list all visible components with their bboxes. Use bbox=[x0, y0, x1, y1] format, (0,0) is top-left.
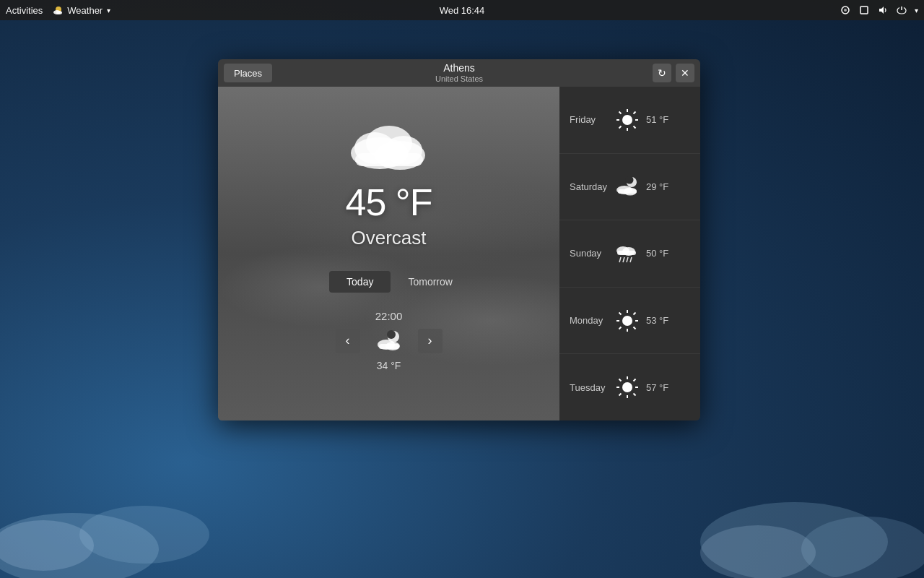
weather-window: Places Athens United States ↻ ✕ bbox=[218, 59, 700, 420]
svg-line-62 bbox=[634, 379, 636, 381]
activities-label[interactable]: Activities bbox=[6, 5, 43, 16]
forecast-day-name: Tuesday bbox=[570, 382, 614, 393]
forecast-panel: Friday 51 °F bbox=[559, 87, 700, 420]
topbar: Activities Weather ▾ Wed 16:44 bbox=[0, 0, 924, 20]
forecast-tabs: Today Tomorrow bbox=[329, 271, 470, 293]
country-name: United States bbox=[435, 74, 483, 84]
svg-line-45 bbox=[630, 257, 632, 262]
weather-app-icon bbox=[51, 4, 64, 17]
svg-rect-19 bbox=[355, 153, 423, 166]
svg-line-31 bbox=[634, 126, 636, 128]
hourly-item: 22:00 34 °F bbox=[375, 310, 404, 371]
forecast-icon-friday bbox=[614, 107, 640, 133]
svg-rect-12 bbox=[860, 7, 868, 14]
svg-line-63 bbox=[619, 394, 622, 396]
power-arrow[interactable]: ▾ bbox=[915, 7, 918, 14]
svg-line-51 bbox=[619, 312, 622, 314]
topbar-left: Activities Weather ▾ bbox=[6, 4, 110, 17]
condition-display: Overcast bbox=[351, 227, 426, 249]
svg-point-35 bbox=[626, 176, 634, 184]
forecast-day-name: Monday bbox=[570, 315, 614, 326]
weather-info: 45 °F Overcast Today Tomorrow ‹ 22:00 bbox=[218, 87, 559, 371]
tomorrow-tab[interactable]: Tomorrow bbox=[391, 271, 469, 293]
svg-point-46 bbox=[622, 316, 632, 326]
forecast-icon-sunday bbox=[614, 241, 640, 267]
city-name: Athens bbox=[435, 62, 483, 74]
forecast-day-name: Saturday bbox=[570, 181, 614, 192]
forecast-temp-friday: 51 °F bbox=[646, 114, 668, 125]
svg-line-61 bbox=[634, 394, 636, 396]
svg-point-55 bbox=[622, 382, 632, 392]
svg-rect-24 bbox=[379, 344, 399, 349]
forecast-day-monday: Monday 53 °F bbox=[559, 288, 700, 355]
svg-line-42 bbox=[619, 257, 621, 262]
topbar-right: ▾ bbox=[840, 4, 918, 16]
hourly-next-button[interactable]: › bbox=[418, 329, 443, 353]
hourly-prev-button[interactable]: ‹ bbox=[336, 329, 360, 353]
hourly-forecast-row: ‹ 22:00 bbox=[218, 310, 559, 371]
forecast-temp-tuesday: 57 °F bbox=[646, 382, 668, 393]
forecast-day-tuesday: Tuesday 57 °F bbox=[559, 354, 700, 420]
forecast-temp-sunday: 50 °F bbox=[646, 248, 668, 259]
forecast-temp-monday: 53 °F bbox=[646, 315, 668, 326]
forecast-temp-saturday: 29 °F bbox=[646, 181, 668, 192]
app-menu-arrow: ▾ bbox=[107, 7, 110, 14]
current-weather-icon bbox=[342, 108, 436, 173]
svg-line-43 bbox=[623, 257, 624, 262]
svg-rect-41 bbox=[617, 251, 636, 255]
today-tab[interactable]: Today bbox=[329, 271, 391, 293]
topbar-datetime: Wed 16:44 bbox=[440, 5, 485, 16]
hourly-time: 22:00 bbox=[375, 310, 403, 322]
svg-line-52 bbox=[634, 327, 636, 329]
power-icon[interactable] bbox=[896, 4, 907, 16]
forecast-icon-monday bbox=[614, 308, 640, 334]
svg-marker-13 bbox=[879, 7, 884, 14]
svg-point-9 bbox=[56, 11, 62, 14]
svg-line-53 bbox=[634, 312, 636, 314]
screen-icon[interactable] bbox=[840, 4, 851, 16]
forecast-day-sunday: Sunday 50 °F bbox=[559, 220, 700, 288]
svg-line-44 bbox=[627, 257, 628, 262]
forecast-day-name: Friday bbox=[570, 114, 614, 125]
weather-app-label: Weather bbox=[67, 5, 103, 16]
svg-point-11 bbox=[844, 9, 847, 12]
refresh-button[interactable]: ↻ bbox=[653, 64, 671, 82]
hourly-temp: 34 °F bbox=[377, 360, 401, 371]
svg-line-60 bbox=[619, 379, 622, 381]
svg-line-30 bbox=[619, 111, 622, 113]
window-body: 45 °F Overcast Today Tomorrow ‹ 22:00 bbox=[218, 87, 700, 420]
volume-icon[interactable] bbox=[877, 4, 889, 16]
weather-main-panel: 45 °F Overcast Today Tomorrow ‹ 22:00 bbox=[218, 87, 559, 420]
svg-point-21 bbox=[387, 330, 396, 339]
svg-point-25 bbox=[622, 115, 632, 125]
svg-line-32 bbox=[634, 111, 636, 113]
forecast-day-saturday: Saturday 29 °F bbox=[559, 154, 700, 221]
forecast-icon-tuesday bbox=[614, 374, 640, 400]
places-button[interactable]: Places bbox=[224, 64, 272, 82]
titlebar-title: Athens United States bbox=[435, 62, 483, 84]
close-button[interactable]: ✕ bbox=[676, 64, 694, 82]
titlebar-controls: ↻ ✕ bbox=[653, 64, 694, 82]
forecast-day-friday: Friday 51 °F bbox=[559, 87, 700, 154]
window-icon[interactable] bbox=[858, 4, 870, 16]
weather-app-menu[interactable]: Weather ▾ bbox=[51, 4, 110, 17]
forecast-icon-saturday bbox=[614, 173, 640, 199]
temperature-display: 45 °F bbox=[346, 181, 432, 224]
hourly-weather-icon bbox=[375, 327, 404, 355]
titlebar: Places Athens United States ↻ ✕ bbox=[218, 59, 700, 87]
svg-line-33 bbox=[619, 126, 622, 128]
svg-rect-38 bbox=[618, 189, 637, 194]
forecast-day-name: Sunday bbox=[570, 248, 614, 259]
svg-line-54 bbox=[619, 327, 622, 329]
